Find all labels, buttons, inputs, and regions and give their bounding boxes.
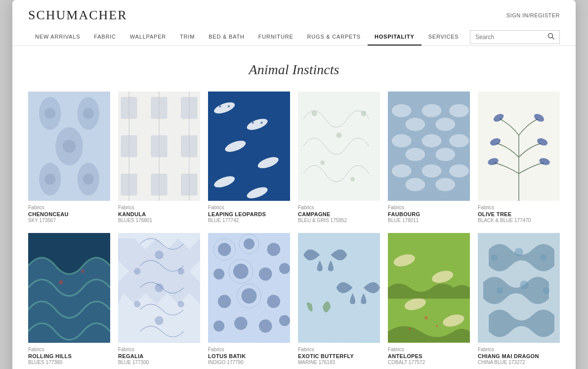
nav-item-bed-bath[interactable]: BED & BATH: [202, 29, 252, 46]
header-row: SCHUMACHER SIGN IN/REGISTER: [28, 8, 560, 23]
svg-point-102: [424, 317, 428, 320]
svg-rect-37: [298, 92, 380, 201]
product-image-campagne: [298, 92, 380, 201]
product-category: Fabrics: [478, 205, 560, 210]
svg-point-84: [279, 263, 290, 274]
svg-point-47: [392, 134, 412, 147]
svg-point-53: [405, 118, 425, 131]
product-image-chiang-mai-dragon: [478, 233, 560, 342]
product-category: Fabrics: [208, 205, 290, 210]
svg-point-11: [44, 174, 55, 184]
product-sku: BLEU & GRIS 175952: [298, 218, 380, 223]
product-image-chenonceau: [28, 92, 110, 201]
product-card-chiang-mai-dragon[interactable]: Fabrics CHIANG MAI DRAGON CHINA BLUE 173…: [478, 233, 560, 365]
product-category: Fabrics: [388, 347, 470, 352]
search-input[interactable]: [475, 34, 545, 41]
product-sku: BLUE 178011: [388, 218, 470, 223]
nav-item-furniture[interactable]: FURNITURE: [252, 29, 300, 46]
nav-item-trim[interactable]: TRIM: [173, 29, 202, 46]
svg-point-38: [312, 111, 317, 116]
nav-item-wallpaper[interactable]: WALLPAPER: [123, 29, 173, 46]
svg-point-104: [409, 328, 411, 330]
svg-point-70: [155, 251, 164, 260]
product-meta-faubourg: Fabrics FAUBOURG BLUE 178011: [388, 205, 470, 223]
svg-point-76: [178, 301, 184, 308]
product-image-antelopes: [388, 233, 470, 342]
svg-point-110: [520, 281, 529, 290]
product-meta-exotic-butterfly: Fabrics EXOTIC BUTTERFLY MARINE 176183: [298, 347, 380, 365]
svg-point-51: [422, 164, 442, 178]
product-card-lotus-batik[interactable]: Fabrics LOTUS BATIK INDIGO 177790: [208, 233, 290, 365]
svg-point-34: [228, 105, 230, 107]
svg-point-111: [543, 287, 549, 294]
product-name: REGALIA: [118, 353, 200, 359]
product-image-exotic-butterfly: [298, 233, 380, 342]
svg-rect-25: [181, 174, 197, 195]
svg-point-68: [81, 270, 84, 273]
product-meta-antelopes: Fabrics ANTELOPES COBALT 177572: [388, 347, 470, 365]
svg-rect-17: [121, 97, 137, 119]
search-icon[interactable]: [547, 33, 554, 42]
svg-point-75: [134, 301, 140, 308]
product-category: Fabrics: [298, 347, 380, 352]
svg-point-46: [449, 104, 469, 117]
nav-item-new-arrivals[interactable]: NEW ARRIVALS: [28, 29, 87, 46]
svg-point-8: [44, 108, 55, 119]
svg-point-57: [405, 178, 425, 191]
product-card-rolling-hills[interactable]: Fabrics ROLLING HILLS BLUES 177380: [28, 233, 110, 365]
svg-rect-19: [181, 97, 197, 119]
top-bar: SCHUMACHER SIGN IN/REGISTER NEW ARRIVALS…: [12, 0, 576, 46]
product-name: CAMPAGNE: [298, 211, 380, 217]
product-meta-chiang-mai-dragon: Fabrics CHIANG MAI DRAGON CHINA BLUE 173…: [478, 347, 560, 365]
svg-point-67: [59, 280, 63, 284]
nav-item-services[interactable]: SERVICES: [421, 29, 466, 46]
product-card-chenonceau[interactable]: Fabrics CHENONCEAU SKY 173567: [28, 92, 110, 223]
svg-point-80: [267, 243, 281, 256]
nav-row: NEW ARRIVALS FABRIC WALLPAPER TRIM BED &…: [28, 29, 560, 46]
product-card-kandula[interactable]: Fabrics KANDULA BLUES 176801: [118, 92, 200, 223]
svg-point-82: [233, 264, 249, 279]
svg-point-74: [178, 268, 184, 275]
svg-point-89: [234, 317, 248, 330]
product-name: LEAPING LEOPARDS: [208, 211, 290, 217]
svg-rect-22: [181, 136, 197, 157]
product-meta-kandula: Fabrics KANDULA BLUES 176801: [118, 205, 200, 223]
svg-point-108: [540, 254, 546, 261]
product-card-antelopes[interactable]: Fabrics ANTELOPES COBALT 177572: [388, 233, 470, 365]
nav-item-fabric[interactable]: FABRIC: [87, 29, 123, 46]
svg-point-79: [244, 238, 254, 249]
product-card-exotic-butterfly[interactable]: Fabrics EXOTIC BUTTERFLY MARINE 176183: [298, 233, 380, 365]
svg-point-44: [392, 104, 412, 117]
product-name: ROLLING HILLS: [28, 353, 110, 359]
product-category: Fabrics: [298, 205, 380, 210]
sign-in-link[interactable]: SIGN IN/REGISTER: [506, 12, 560, 18]
svg-point-109: [497, 287, 503, 294]
svg-point-41: [320, 160, 325, 165]
svg-point-85: [218, 295, 231, 308]
product-sku: BLACK & BLUE 177470: [478, 218, 560, 223]
product-card-regalia[interactable]: Fabrics REGALIA BLUE 177300: [118, 233, 200, 365]
svg-point-90: [259, 320, 272, 333]
product-meta-lotus-batik: Fabrics LOTUS BATIK INDIGO 177790: [208, 347, 290, 365]
product-card-leaping-leopards[interactable]: Fabrics LEAPING LEOPARDS BLUE 177742: [208, 92, 290, 223]
product-card-faubourg[interactable]: Fabrics FAUBOURG BLUE 178011: [388, 92, 470, 223]
main-content: Animal Instincts: [12, 46, 576, 369]
product-sku: BLUE 177742: [208, 218, 290, 223]
logo[interactable]: SCHUMACHER: [28, 8, 127, 23]
collection-title: Animal Instincts: [28, 62, 560, 78]
product-image-faubourg: [388, 92, 470, 201]
product-category: Fabrics: [208, 347, 290, 352]
product-image-leaping-leopards: [208, 92, 290, 201]
browser-window: SCHUMACHER SIGN IN/REGISTER NEW ARRIVALS…: [12, 0, 576, 369]
product-image-olive-tree: [478, 92, 560, 201]
product-category: Fabrics: [28, 347, 110, 352]
product-card-campagne[interactable]: Fabrics CAMPAGNE BLEU & GRIS 175952: [298, 92, 380, 223]
svg-point-81: [213, 269, 224, 279]
svg-line-1: [552, 38, 554, 40]
nav-item-hospitality[interactable]: HOSPITALITY: [368, 29, 421, 46]
svg-point-78: [218, 243, 231, 256]
nav-item-rugs-carpets[interactable]: RUGS & CARPETS: [300, 29, 368, 46]
product-category: Fabrics: [118, 347, 200, 352]
product-meta-olive-tree: Fabrics OLIVE TREE BLACK & BLUE 177470: [478, 205, 560, 223]
product-card-olive-tree[interactable]: Fabrics OLIVE TREE BLACK & BLUE 177470: [478, 92, 560, 223]
